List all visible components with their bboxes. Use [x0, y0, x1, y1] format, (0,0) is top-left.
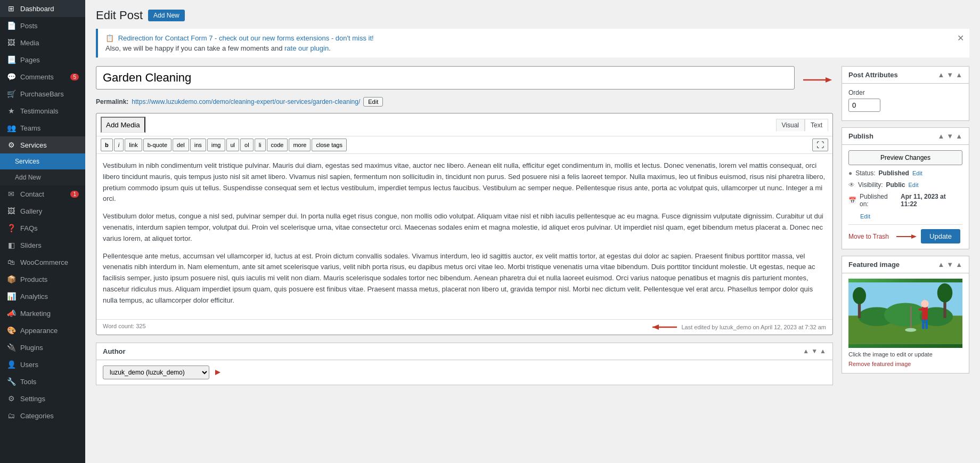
tb-ol[interactable]: ol — [240, 139, 254, 151]
sidebar-item-appearance[interactable]: 🎨 Appearance — [0, 322, 85, 339]
formatting-toolbar: b i link b-quote del ins img ul ol li co… — [96, 136, 832, 154]
fullscreen-button[interactable]: ⛶ — [812, 139, 828, 151]
move-to-trash-link[interactable]: Move to Trash — [848, 233, 889, 240]
edit-permalink-button[interactable]: Edit — [363, 97, 383, 107]
sidebar-item-label: Marketing — [20, 310, 51, 318]
add-new-button[interactable]: Add New — [148, 10, 185, 21]
gallery-icon: 🖼 — [6, 207, 16, 215]
tab-visual[interactable]: Visual — [776, 119, 805, 131]
sidebar-item-contact[interactable]: ✉ Contact 1 — [0, 185, 85, 202]
sidebar-item-users[interactable]: 👤 Users — [0, 356, 85, 373]
update-button[interactable]: Update — [921, 229, 960, 243]
svg-marker-4 — [215, 370, 220, 375]
rate-plugin-link[interactable]: rate our plugin — [284, 44, 329, 52]
publish-actions: Move to Trash Update — [848, 224, 962, 243]
preview-changes-button[interactable]: Preview Changes — [848, 150, 962, 165]
sidebar-item-analytics[interactable]: 📊 Analytics — [0, 288, 85, 305]
featured-image-thumbnail[interactable] — [848, 279, 962, 348]
sliders-icon: ◧ — [6, 241, 16, 249]
sidebar-item-comments[interactable]: 💬 Comments 5 — [0, 68, 85, 85]
editor-content[interactable]: Vestibulum in nibh condimentum velit tri… — [96, 154, 832, 319]
tb-link[interactable]: link — [125, 139, 142, 151]
sidebar-item-faqs[interactable]: ❓ FAQs — [0, 220, 85, 237]
status-edit-link[interactable]: Edit — [912, 170, 922, 176]
tb-bquote[interactable]: b-quote — [143, 139, 172, 151]
tb-del[interactable]: del — [173, 139, 189, 151]
fi-up[interactable]: ▲ — [937, 261, 944, 269]
tb-more[interactable]: more — [289, 139, 311, 151]
sidebar-submenu-services: Services Add New — [0, 153, 85, 185]
publish-up[interactable]: ▲ — [937, 132, 944, 140]
tb-close-tags[interactable]: close tags — [312, 139, 347, 151]
settings-icon: ⚙ — [6, 394, 16, 403]
attr-down[interactable]: ▼ — [946, 71, 953, 79]
sidebar-item-label: Products — [20, 275, 47, 283]
remove-featured-image-link[interactable]: Remove featured image — [848, 361, 911, 367]
publish-minimize[interactable]: ▲ — [956, 132, 962, 140]
svg-point-18 — [905, 328, 916, 332]
tb-italic[interactable]: i — [114, 139, 124, 151]
sidebar-item-testimonials[interactable]: ★ Testimonials — [0, 102, 85, 119]
published-edit-link[interactable]: Edit — [860, 213, 870, 220]
attr-minimize[interactable]: ▲ — [956, 71, 962, 79]
sidebar-item-woocommerce[interactable]: 🛍 WooCommerce — [0, 254, 85, 271]
sidebar-item-products[interactable]: 📦 Products — [0, 271, 85, 288]
publish-down[interactable]: ▼ — [946, 132, 953, 140]
author-select[interactable]: luzuk_demo (luzuk_demo) — [103, 365, 209, 379]
tb-img[interactable]: img — [207, 139, 225, 151]
order-label: Order — [848, 89, 962, 96]
sidebar-subitem-add-new[interactable]: Add New — [0, 169, 85, 185]
notice-banner: 📋 Redirection for Contact Form 7 - check… — [96, 29, 969, 58]
tb-bold[interactable]: b — [101, 139, 113, 151]
tb-code[interactable]: code — [267, 139, 288, 151]
author-collapse-up[interactable]: ▲ — [803, 347, 809, 355]
tools-icon: 🔧 — [6, 377, 16, 386]
word-count: Word count: 325 — [103, 323, 146, 331]
permalink-url[interactable]: https://www.luzukdemo.com/demo/cleaning-… — [132, 98, 360, 105]
sidebar-item-purchasebars[interactable]: 🛒 PurchaseBars — [0, 85, 85, 102]
add-media-button[interactable]: Add Media — [101, 117, 145, 133]
featured-image-panel: Featured image ▲ ▼ ▲ — [842, 256, 969, 373]
subitem-label: Add New — [15, 174, 41, 181]
fi-down[interactable]: ▼ — [946, 261, 953, 269]
sidebar-item-dashboard[interactable]: ⊞ Dashboard — [0, 0, 85, 17]
sidebar-item-pages[interactable]: 📃 Pages — [0, 51, 85, 68]
sidebar-item-gallery[interactable]: 🖼 Gallery — [0, 202, 85, 220]
posts-icon: 📄 — [6, 21, 16, 30]
sidebar-item-label: Testimonials — [20, 107, 59, 115]
visibility-edit-link[interactable]: Edit — [908, 182, 918, 188]
analytics-icon: 📊 — [6, 292, 16, 300]
sidebar-item-sliders[interactable]: ◧ Sliders — [0, 237, 85, 254]
sidebar-item-posts[interactable]: 📄 Posts — [0, 17, 85, 34]
attr-up[interactable]: ▲ — [937, 71, 944, 79]
sidebar-item-marketing[interactable]: 📣 Marketing — [0, 305, 85, 322]
sidebar: ⊞ Dashboard 📄 Posts 🖼 Media 📃 Pages 💬 Co… — [0, 0, 85, 463]
post-title-input[interactable]: Garden Cleaning — [96, 66, 795, 90]
garden-image-svg — [848, 279, 962, 348]
sidebar-item-settings[interactable]: ⚙ Settings — [0, 390, 85, 407]
editor-box: Add Media Visual Text b i link b-quote d… — [96, 113, 833, 335]
tb-ins[interactable]: ins — [190, 139, 206, 151]
sidebar-item-services[interactable]: ⚙ Services — [0, 136, 85, 153]
contact-icon: ✉ — [6, 190, 16, 198]
arrow-right-svg — [801, 75, 833, 85]
author-box-header: Author ▲ ▼ ▲ — [96, 343, 832, 360]
sidebar-item-categories[interactable]: 🗂 Categories — [0, 407, 85, 424]
notice-close-button[interactable]: ✕ — [957, 33, 964, 43]
sidebar-item-teams[interactable]: 👥 Teams — [0, 119, 85, 136]
svg-rect-12 — [922, 306, 928, 321]
notice-link[interactable]: Redirection for Contact Form 7 - check o… — [118, 34, 374, 42]
fi-minimize[interactable]: ▲ — [956, 261, 962, 269]
sidebar-subitem-services[interactable]: Services — [0, 153, 85, 169]
author-minimize[interactable]: ▲ — [820, 347, 826, 355]
sidebar-item-tools[interactable]: 🔧 Tools — [0, 373, 85, 390]
tb-ul[interactable]: ul — [226, 139, 240, 151]
author-collapse-down[interactable]: ▼ — [811, 347, 818, 355]
sidebar-item-label: Sliders — [20, 241, 42, 249]
order-input[interactable]: 0 — [848, 99, 880, 112]
tab-text[interactable]: Text — [805, 119, 828, 131]
tb-li[interactable]: li — [255, 139, 266, 151]
testimonials-icon: ★ — [6, 107, 16, 115]
sidebar-item-plugins[interactable]: 🔌 Plugins — [0, 339, 85, 356]
sidebar-item-media[interactable]: 🖼 Media — [0, 34, 85, 51]
